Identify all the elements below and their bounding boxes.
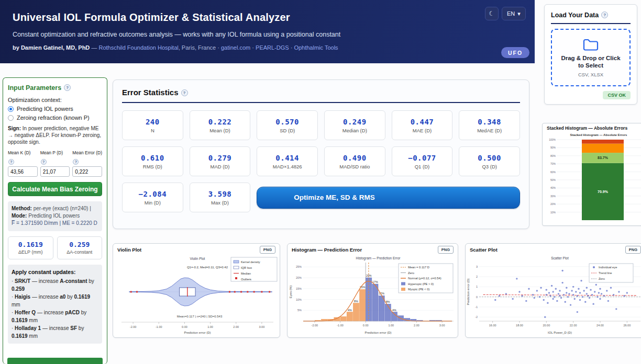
help-icon[interactable]: ? [8,159,14,165]
language-selector[interactable]: EN ▾ [502,7,526,20]
svg-text:3: 3 [476,265,478,268]
file-dropzone[interactable]: Drag & Drop or Click to Select CSV, XLSX [551,29,631,86]
error-statistics-panel: Error Statistics? 240N 0.222Mean (D) 0.5… [113,79,529,229]
stat-q1: −0.077Q1 (D) [392,146,453,176]
svg-text:90%: 90% [550,146,556,149]
stat-max: 3.598Max (D) [190,183,251,212]
author-name: by Damien Gatinel, MD, PhD [13,44,90,51]
help-icon[interactable]: ? [64,84,71,91]
stat-n: 240N [122,110,183,140]
svg-text:8%: 8% [354,300,358,303]
svg-text:Normal (μ=0.12, σ=0.54): Normal (μ=0.12, σ=0.54) [408,277,441,280]
svg-text:10%: 10% [550,211,556,214]
radio-zeroing-refraction[interactable]: Zeroing refraction (known P) [8,115,102,121]
svg-text:Scatter Plot: Scatter Plot [551,256,569,260]
svg-text:-2.00: -2.00 [312,324,318,327]
radio-icon [8,115,14,121]
constant-updates-title: Apply constant updates: [12,268,98,277]
input-fields: Mean K (D) ? Mean P (D) ? Mean Error (D)… [8,150,102,177]
load-data-title: Load Your Data [551,12,599,19]
stat-mae: 0.447MAE (D) [392,110,453,140]
mean-k-field-group: Mean K (D) ? [8,150,38,177]
histogram-title: Histogram — Prediction Error [292,247,362,253]
svg-text:-1.00: -1.00 [337,324,344,327]
svg-text:Prediction error (D): Prediction error (D) [467,278,470,305]
help-icon[interactable]: ? [73,159,79,165]
svg-text:Mean=0.117 | n=240 | SD=0.543: Mean=0.117 | n=240 | SD=0.543 [177,315,223,318]
mean-error-label: Mean Error (D) [72,150,102,157]
svg-text:1.00: 1.00 [207,325,213,328]
page-subtitle: Constant optimization and refractive out… [13,31,340,38]
result-boxes: 0.1619 ΔELP (mm) 0.259 ΔA-constant [8,236,102,259]
mean-p-field-group: Mean P (D) ? [40,150,70,177]
svg-text:Eyes (%): Eyes (%) [289,286,292,298]
svg-text:2: 2 [476,275,478,278]
svg-text:20%: 20% [296,276,302,279]
help-icon[interactable]: ? [601,12,608,18]
website-link[interactable]: gatinel.com [221,44,250,51]
radio-icon [8,106,14,112]
violin-plot-card: Violin Plot PNG Violin PlotQ1=-0.2, Med=… [113,243,280,338]
help-icon[interactable]: ? [181,89,188,96]
input-parameters-title: Input Parameters [8,84,61,92]
stat-q3: 0.500Q3 (D) [459,146,520,176]
png-export-button[interactable]: PNG [438,246,454,254]
stat-mad-sd-ratio: 0.490MAD/SD ratio [324,146,385,176]
svg-text:18.00: 18.00 [516,324,523,327]
stat-rms: 0.610RMS (D) [122,146,183,176]
svg-text:Histogram — Prediction Error: Histogram — Prediction Error [356,256,401,260]
update-holladay1: · Holladay 1 — increase SF by 0.1619 mm [12,324,98,340]
stats-grid: 240N 0.222Mean (D) 0.570SD (D) 0.249Medi… [122,110,520,212]
ophthalmic-tools-link[interactable]: Ophthalmic Tools [294,44,338,51]
byline: by Damien Gatinel, MD, PhD — Rothschild … [13,44,338,51]
pearl-dgs-link[interactable]: PEARL-DGS [256,44,289,51]
hospital-link[interactable]: Rothschild Foundation Hospital [98,44,178,51]
mean-p-input[interactable] [40,166,70,177]
mean-k-input[interactable] [8,166,38,177]
svg-text:15%: 15% [296,287,302,290]
app-root: Universal IOL Formula Optimizer & Statis… [0,0,641,364]
svg-text:Kernel density: Kernel density [241,260,260,264]
svg-text:2.00: 2.00 [233,325,239,328]
svg-text:30%: 30% [550,195,556,198]
update-hofferq: · Hoffer Q — increase pACD by 0.1619 mm [12,309,98,324]
divider [551,23,631,24]
mean-k-label: Mean K (D) [8,150,38,157]
histogram-card: Histogram — Prediction Error PNG Histogr… [287,243,458,338]
png-export-button[interactable]: PNG [625,246,641,254]
svg-text:80%: 80% [550,154,556,157]
method-summary: Method: per-eye (exact) (n=240) | Mode: … [8,201,102,231]
moon-icon: ☾ [489,10,495,17]
constant-updates-box: Apply constant updates: · SRK/T — increa… [8,265,102,344]
radio-predicting-iol-powers[interactable]: Predicting IOL powers [8,106,102,112]
calculate-mean-bias-button[interactable]: Calculate Mean Bias Zeroing [8,182,102,196]
input-parameters-panel: Input Parameters? Optimization context: … [3,77,107,364]
svg-text:83.7%: 83.7% [598,156,609,160]
update-haigis: · Haigis — increase a0 by 0.1619 mm [12,293,98,309]
help-icon[interactable]: ? [41,159,47,165]
dropzone-text: Drag & Drop or Click to Select [558,54,623,70]
png-export-button[interactable]: PNG [260,246,275,254]
svg-text:3.00: 3.00 [439,324,445,327]
delta-elp-box: 0.1619 ΔELP (mm) [8,236,53,259]
svg-text:8%: 8% [386,300,390,303]
optimization-context-label: Optimization context: [8,97,102,103]
method-result: F̅ = 1.371590 D/mm | ME = 0.2220 D [12,220,98,227]
svg-text:100%: 100% [549,138,556,141]
divider [122,102,520,103]
load-data-panel: Load Your Data? Drag & Drop or Click to … [544,4,637,105]
svg-text:24.00: 24.00 [596,324,604,327]
svg-text:Zero: Zero [408,271,414,275]
optimize-button[interactable]: Optimize ME, SD & RMS [257,187,520,209]
theme-toggle-button[interactable]: ☾ [485,7,499,20]
svg-text:IOL Power_D (D): IOL Power_D (D) [548,331,572,334]
svg-text:Stacked Histogram — Absolute E: Stacked Histogram — Absolute Errors [570,133,627,136]
mean-error-input[interactable] [72,166,102,177]
dropzone-formats: CSV, XLSX [578,72,603,77]
scatter-plot-title: Scatter Plot [470,247,498,253]
svg-text:-1: -1 [475,305,478,309]
svg-text:-1.00: -1.00 [156,325,162,328]
mean-error-field-group: Mean Error (D) ? [72,150,102,177]
stacked-histogram-card: Stacked Histogram — Absolute Errors Stac… [542,123,641,226]
svg-text:60%: 60% [550,170,556,174]
